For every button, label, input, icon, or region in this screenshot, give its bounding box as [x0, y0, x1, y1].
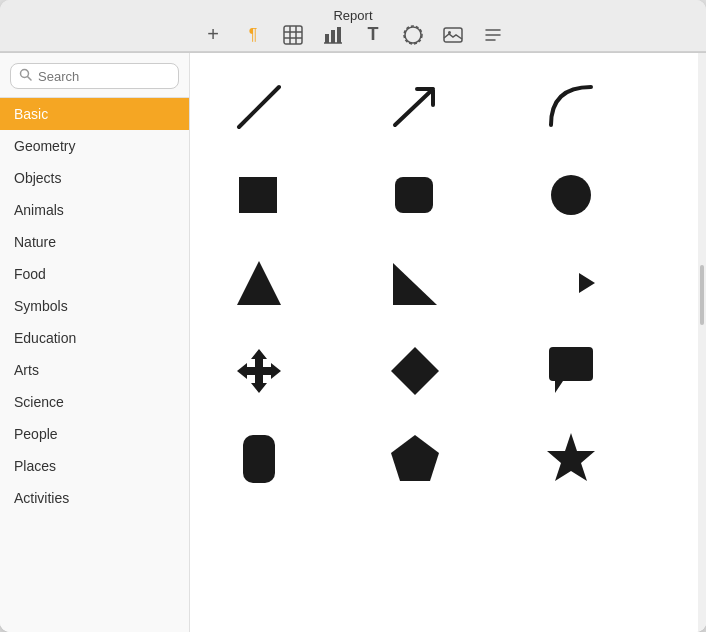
search-container	[0, 53, 189, 98]
svg-point-21	[551, 175, 591, 215]
sidebar-item-activities[interactable]: Activities	[0, 482, 189, 514]
svg-rect-6	[331, 30, 335, 43]
sidebar-item-symbols[interactable]: Symbols	[0, 290, 189, 322]
sidebar-item-objects[interactable]: Objects	[0, 162, 189, 194]
toolbar: + ¶	[179, 21, 527, 49]
svg-marker-26	[391, 435, 439, 481]
svg-marker-23	[393, 263, 437, 305]
svg-rect-19	[239, 177, 277, 213]
shapes-area	[190, 53, 698, 632]
svg-rect-20	[395, 177, 433, 213]
shape-icon[interactable]	[399, 21, 427, 49]
main-window: Report + ¶	[0, 0, 706, 632]
svg-point-9	[405, 27, 421, 43]
svg-rect-5	[325, 34, 329, 43]
sidebar-item-places[interactable]: Places	[0, 450, 189, 482]
sidebar-item-food[interactable]: Food	[0, 258, 189, 290]
svg-rect-0	[284, 26, 302, 44]
shape-speech-bubble[interactable]	[526, 331, 616, 411]
sidebar-item-education[interactable]: Education	[0, 322, 189, 354]
sidebar-item-geometry[interactable]: Geometry	[0, 130, 189, 162]
shape-line-diagonal[interactable]	[214, 67, 304, 147]
sidebar-item-people[interactable]: People	[0, 418, 189, 450]
shape-arrow-diagonal[interactable]	[370, 67, 460, 147]
paragraph-icon[interactable]: ¶	[239, 21, 267, 49]
sidebar: BasicGeometryObjectsAnimalsNatureFoodSym…	[0, 53, 190, 632]
shape-star[interactable]	[526, 419, 616, 499]
search-input[interactable]	[38, 69, 170, 84]
svg-marker-27	[547, 433, 595, 481]
chart-icon[interactable]	[319, 21, 347, 49]
shape-arrows-cross[interactable]	[214, 331, 304, 411]
shapes-grid	[210, 63, 678, 503]
text-icon[interactable]: T	[359, 21, 387, 49]
shape-arrow-right[interactable]	[526, 243, 616, 323]
scrollbar-track[interactable]	[698, 53, 706, 632]
svg-line-17	[28, 77, 32, 81]
scrollbar-thumb	[700, 265, 704, 325]
sidebar-item-nature[interactable]: Nature	[0, 226, 189, 258]
main-content: BasicGeometryObjectsAnimalsNatureFoodSym…	[0, 52, 706, 632]
search-icon	[19, 68, 32, 84]
shape-right-triangle[interactable]	[370, 243, 460, 323]
shape-diamond[interactable]	[370, 331, 460, 411]
sidebar-item-basic[interactable]: Basic	[0, 98, 189, 130]
svg-marker-24	[391, 347, 439, 395]
svg-line-18	[239, 87, 279, 127]
svg-marker-22	[237, 261, 281, 305]
shape-triangle[interactable]	[214, 243, 304, 323]
comment-icon[interactable]	[479, 21, 507, 49]
shape-rounded-rect-tall[interactable]	[214, 419, 304, 499]
media-icon[interactable]	[439, 21, 467, 49]
svg-rect-7	[337, 27, 341, 43]
shape-rounded-square[interactable]	[370, 155, 460, 235]
search-box	[10, 63, 179, 89]
sidebar-list: BasicGeometryObjectsAnimalsNatureFoodSym…	[0, 98, 189, 632]
shape-square[interactable]	[214, 155, 304, 235]
shape-pentagon[interactable]	[370, 419, 460, 499]
sidebar-item-arts[interactable]: Arts	[0, 354, 189, 386]
titlebar: Report + ¶	[0, 0, 706, 52]
svg-rect-25	[243, 435, 275, 483]
shape-circle[interactable]	[526, 155, 616, 235]
table-icon[interactable]	[279, 21, 307, 49]
sidebar-item-animals[interactable]: Animals	[0, 194, 189, 226]
shape-arc[interactable]	[526, 67, 616, 147]
window-title: Report	[333, 8, 372, 23]
add-icon[interactable]: +	[199, 21, 227, 49]
sidebar-item-science[interactable]: Science	[0, 386, 189, 418]
